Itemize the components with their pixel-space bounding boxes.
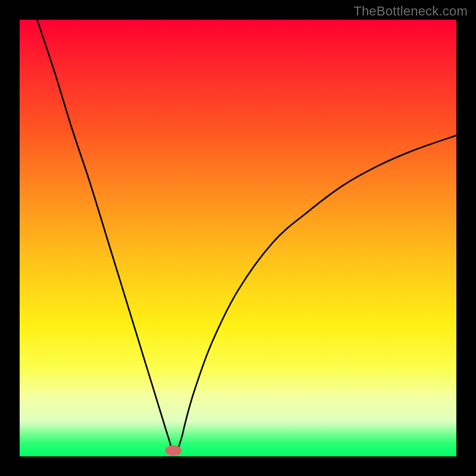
curve-svg xyxy=(20,20,456,456)
bottleneck-curve xyxy=(37,20,456,454)
optimal-point-marker xyxy=(165,446,181,456)
watermark-text: TheBottleneck.com xyxy=(353,4,468,19)
plot-area xyxy=(20,20,456,456)
chart-frame: TheBottleneck.com xyxy=(0,0,476,476)
